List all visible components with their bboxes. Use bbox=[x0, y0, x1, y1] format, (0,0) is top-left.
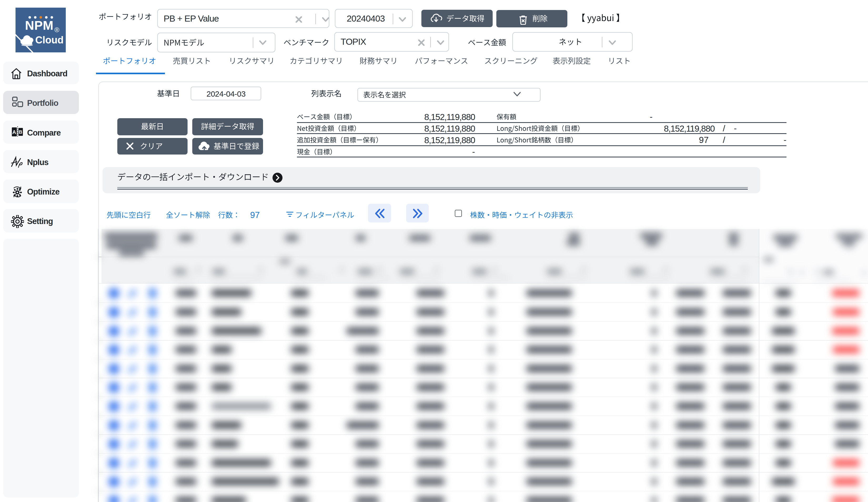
svg-text:B: B bbox=[19, 130, 22, 135]
svg-text:A: A bbox=[12, 129, 16, 135]
